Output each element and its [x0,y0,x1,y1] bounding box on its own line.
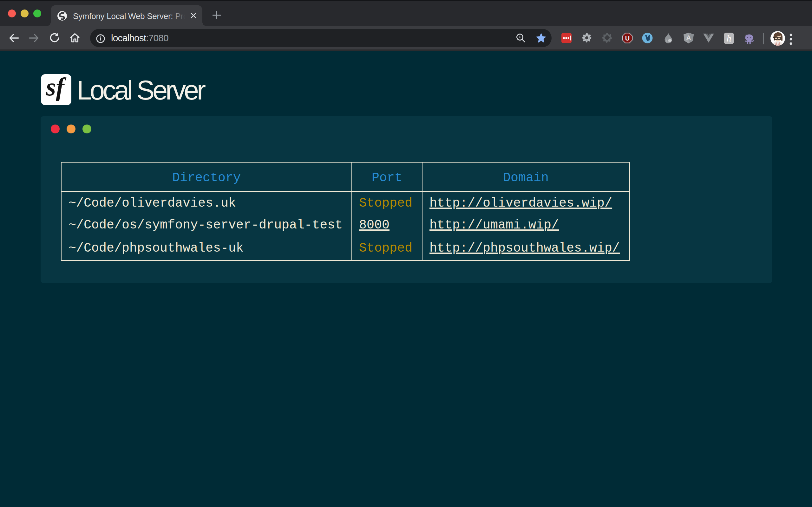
svg-text:U: U [625,35,629,42]
svg-text:A: A [686,34,691,42]
